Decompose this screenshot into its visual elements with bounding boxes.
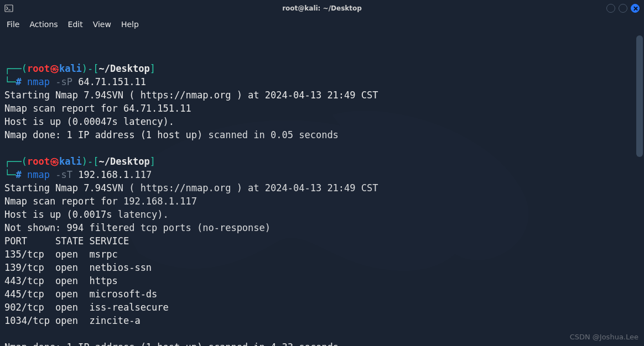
port-row: 139/tcp open netbios-ssn <box>4 262 152 273</box>
scrollbar[interactable] <box>636 35 643 343</box>
terminal-body[interactable]: ┌──(root㉿kali)-[~/Desktop] └─# nmap -sP … <box>0 32 644 346</box>
prompt-user: root <box>27 63 50 74</box>
prompt-decoration: ) <box>82 156 87 167</box>
terminal-app-icon <box>4 4 13 13</box>
output-line: Nmap done: 1 IP address (1 host up) scan… <box>4 342 339 346</box>
minimize-button[interactable] <box>606 4 615 13</box>
window-title: root@kali: ~/Desktop <box>0 4 644 12</box>
prompt-path: ~/Desktop <box>99 156 150 167</box>
prompt-decoration: ┌──( <box>4 156 27 167</box>
prompt-user: root <box>27 156 50 167</box>
prompt-decoration: ] <box>150 63 155 74</box>
prompt-decoration: -[ <box>87 63 98 74</box>
cmd-binary: nmap <box>27 76 50 87</box>
cmd-arg: 192.168.1.117 <box>78 169 152 180</box>
close-button[interactable] <box>631 4 640 13</box>
scrollbar-thumb[interactable] <box>636 35 643 157</box>
prompt-hash: # <box>15 169 21 180</box>
port-table-header: PORT STATE SERVICE <box>4 235 129 247</box>
terminal-window: root@kali: ~/Desktop File Actions Edit V… <box>0 0 644 346</box>
output-line: Nmap scan report for 192.168.1.117 <box>4 196 197 207</box>
prompt-decoration: ) <box>82 63 87 74</box>
output-line: Nmap done: 1 IP address (1 host up) scan… <box>4 129 339 140</box>
prompt-path: ~/Desktop <box>99 63 150 74</box>
prompt-decoration: ] <box>150 156 155 167</box>
prompt-decoration: └─ <box>4 169 15 180</box>
port-row: 135/tcp open msrpc <box>4 249 118 260</box>
skull-icon: ㉿ <box>50 63 59 74</box>
menu-help[interactable]: Help <box>121 20 139 29</box>
port-row: 902/tcp open iss-realsecure <box>4 302 169 313</box>
prompt-decoration: -[ <box>87 156 98 167</box>
output-line: Host is up (0.0017s latency). <box>4 209 169 220</box>
cmd-flag: -sT <box>55 169 72 180</box>
output-line: Host is up (0.00047s latency). <box>4 116 174 127</box>
prompt-decoration: └─ <box>4 76 15 87</box>
menu-view[interactable]: View <box>93 20 111 29</box>
titlebar: root@kali: ~/Desktop <box>0 0 644 17</box>
maximize-button[interactable] <box>619 4 627 13</box>
output-line: Nmap scan report for 64.71.151.11 <box>4 103 191 114</box>
skull-icon: ㉿ <box>50 156 59 167</box>
cmd-binary: nmap <box>27 169 50 180</box>
menu-actions[interactable]: Actions <box>29 20 58 29</box>
port-row: 445/tcp open microsoft-ds <box>4 289 157 300</box>
cmd-flag: -sP <box>55 76 72 87</box>
menubar: File Actions Edit View Help <box>0 17 644 32</box>
window-controls <box>606 4 640 13</box>
prompt-hash: # <box>15 76 21 87</box>
output-line: Not shown: 994 filtered tcp ports (no-re… <box>4 222 271 233</box>
svg-rect-0 <box>5 5 13 12</box>
watermark: CSDN @Joshua.Lee <box>570 331 638 344</box>
menu-edit[interactable]: Edit <box>68 20 83 29</box>
prompt-decoration: ┌──( <box>4 63 27 74</box>
port-row: 1034/tcp open zincite-a <box>4 315 141 326</box>
cmd-arg: 64.71.151.11 <box>78 76 146 87</box>
terminal-output: ┌──(root㉿kali)-[~/Desktop] └─# nmap -sP … <box>4 62 640 346</box>
output-line: Starting Nmap 7.94SVN ( https://nmap.org… <box>4 90 378 101</box>
prompt-host: kali <box>59 156 82 167</box>
port-row: 443/tcp open https <box>4 275 118 286</box>
prompt-host: kali <box>59 63 82 74</box>
menu-file[interactable]: File <box>7 20 19 29</box>
output-line: Starting Nmap 7.94SVN ( https://nmap.org… <box>4 182 378 193</box>
